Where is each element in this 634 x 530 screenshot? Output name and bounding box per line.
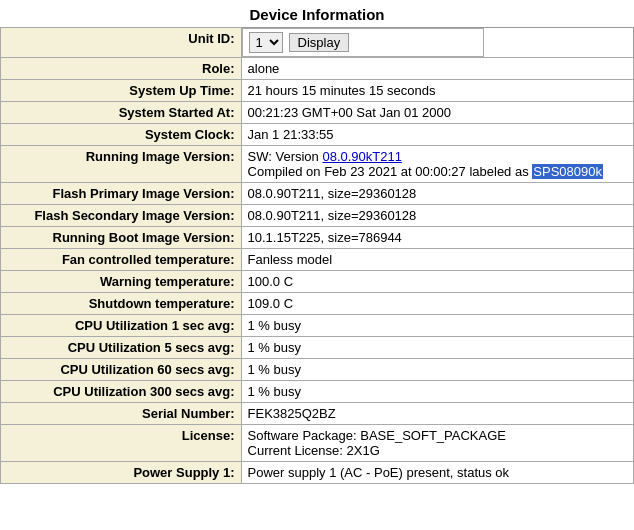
running-image-labeled: SPS08090k <box>532 164 603 179</box>
table-row: Flash Secondary Image Version: 08.0.90T2… <box>1 205 634 227</box>
flash-primary-label: Flash Primary Image Version: <box>1 183 242 205</box>
cpu-5sec-value: 1 % busy <box>241 337 633 359</box>
license-line1: Software Package: BASE_SOFT_PACKAGE <box>248 428 627 443</box>
clock-label: System Clock: <box>1 124 242 146</box>
flash-secondary-value: 08.0.90T211, size=29360128 <box>241 205 633 227</box>
running-image-compiled: Compiled on Feb 23 2021 at 00:00:27 labe… <box>248 164 533 179</box>
boot-image-label: Running Boot Image Version: <box>1 227 242 249</box>
power-supply-label: Power Supply 1: <box>1 462 242 484</box>
clock-value: Jan 1 21:33:55 <box>241 124 633 146</box>
role-value: alone <box>241 58 633 80</box>
uptime-value: 21 hours 15 minutes 15 seconds <box>241 80 633 102</box>
uptime-label: System Up Time: <box>1 80 242 102</box>
table-row: CPU Utilization 60 secs avg: 1 % busy <box>1 359 634 381</box>
table-row: Flash Primary Image Version: 08.0.90T211… <box>1 183 634 205</box>
cpu-60sec-label: CPU Utilization 60 secs avg: <box>1 359 242 381</box>
table-row: Fan controlled temperature: Fanless mode… <box>1 249 634 271</box>
fan-temp-value: Fanless model <box>241 249 633 271</box>
cpu-5sec-label: CPU Utilization 5 secs avg: <box>1 337 242 359</box>
running-image-line2: Compiled on Feb 23 2021 at 00:00:27 labe… <box>248 164 627 179</box>
table-row: CPU Utilization 1 sec avg: 1 % busy <box>1 315 634 337</box>
started-at-value: 00:21:23 GMT+00 Sat Jan 01 2000 <box>241 102 633 124</box>
table-row: Role: alone <box>1 58 634 80</box>
running-image-version: 08.0.90kT211 <box>322 149 402 164</box>
unit-id-value: 1 Display <box>242 28 485 57</box>
table-row: System Clock: Jan 1 21:33:55 <box>1 124 634 146</box>
running-image-prefix: SW: Version <box>248 149 323 164</box>
flash-primary-value: 08.0.90T211, size=29360128 <box>241 183 633 205</box>
serial-value: FEK3825Q2BZ <box>241 403 633 425</box>
shutdown-temp-label: Shutdown temperature: <box>1 293 242 315</box>
warning-temp-value: 100.0 C <box>241 271 633 293</box>
table-row: Power Supply 1: Power supply 1 (AC - PoE… <box>1 462 634 484</box>
table-row: System Started At: 00:21:23 GMT+00 Sat J… <box>1 102 634 124</box>
table-row: System Up Time: 21 hours 15 minutes 15 s… <box>1 80 634 102</box>
license-value: Software Package: BASE_SOFT_PACKAGE Curr… <box>241 425 633 462</box>
license-label: License: <box>1 425 242 462</box>
display-button[interactable]: Display <box>289 33 350 52</box>
power-supply-value: Power supply 1 (AC - PoE) present, statu… <box>241 462 633 484</box>
table-row: Unit ID: 1 Display <box>1 28 634 58</box>
cpu-1sec-value: 1 % busy <box>241 315 633 337</box>
table-row: Warning temperature: 100.0 C <box>1 271 634 293</box>
table-row: CPU Utilization 5 secs avg: 1 % busy <box>1 337 634 359</box>
serial-label: Serial Number: <box>1 403 242 425</box>
table-row: Serial Number: FEK3825Q2BZ <box>1 403 634 425</box>
table-row: CPU Utilization 300 secs avg: 1 % busy <box>1 381 634 403</box>
cpu-300sec-value: 1 % busy <box>241 381 633 403</box>
fan-temp-label: Fan controlled temperature: <box>1 249 242 271</box>
cpu-60sec-value: 1 % busy <box>241 359 633 381</box>
shutdown-temp-value: 109.0 C <box>241 293 633 315</box>
warning-temp-label: Warning temperature: <box>1 271 242 293</box>
unit-id-label: Unit ID: <box>1 28 242 58</box>
unit-id-select[interactable]: 1 <box>249 32 283 53</box>
table-row: License: Software Package: BASE_SOFT_PAC… <box>1 425 634 462</box>
role-label: Role: <box>1 58 242 80</box>
running-image-line1: SW: Version 08.0.90kT211 <box>248 149 627 164</box>
running-image-value: SW: Version 08.0.90kT211 Compiled on Feb… <box>241 146 633 183</box>
page-title: Device Information <box>0 0 634 27</box>
cpu-1sec-label: CPU Utilization 1 sec avg: <box>1 315 242 337</box>
boot-image-value: 10.1.15T225, size=786944 <box>241 227 633 249</box>
started-at-label: System Started At: <box>1 102 242 124</box>
table-row: Shutdown temperature: 109.0 C <box>1 293 634 315</box>
cpu-300sec-label: CPU Utilization 300 secs avg: <box>1 381 242 403</box>
table-row: Running Image Version: SW: Version 08.0.… <box>1 146 634 183</box>
table-row: Running Boot Image Version: 10.1.15T225,… <box>1 227 634 249</box>
running-image-label: Running Image Version: <box>1 146 242 183</box>
license-line2: Current License: 2X1G <box>248 443 627 458</box>
device-info-table: Unit ID: 1 Display Role: alone System Up… <box>0 27 634 484</box>
flash-secondary-label: Flash Secondary Image Version: <box>1 205 242 227</box>
